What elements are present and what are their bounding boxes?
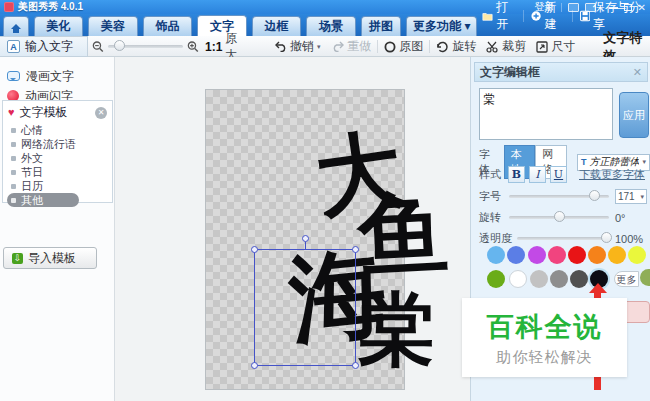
resize-handle-nw[interactable] <box>251 246 258 253</box>
original-image-button[interactable]: 原图 <box>384 38 423 55</box>
resize-button[interactable]: 尺寸 <box>536 38 575 55</box>
tab-more-features[interactable]: 更多功能 ▾ <box>406 16 477 36</box>
close-template-icon[interactable]: ✕ <box>95 107 107 119</box>
color-swatch[interactable] <box>548 246 566 264</box>
color-swatch[interactable] <box>487 270 505 288</box>
tab-collage[interactable]: 拼图 <box>361 16 402 36</box>
undo-button[interactable]: 撤销 ▾ <box>275 38 321 55</box>
chevron-down-icon: ▾ <box>317 43 321 51</box>
resize-handle-se[interactable] <box>352 362 359 369</box>
tab-beautify[interactable]: 美化 <box>34 16 84 36</box>
tab-frame[interactable]: 边框 <box>252 16 302 36</box>
opacity-label: 透明度 <box>479 231 512 246</box>
color-swatch[interactable] <box>550 270 568 288</box>
app-title: 美图秀秀 4.0.1 <box>18 0 83 14</box>
bullet-icon <box>11 156 16 161</box>
zoom-in-icon[interactable] <box>187 40 199 53</box>
more-colors-button[interactable]: 更多 <box>614 271 639 287</box>
text-content-input[interactable]: 棠 <box>479 88 613 140</box>
redo-button[interactable]: 重做 <box>332 38 371 55</box>
ad-subtitle: 助你轻松解决 <box>497 348 593 367</box>
divider <box>429 40 430 53</box>
template-item-netslang[interactable]: 网络流行语 <box>3 137 112 151</box>
font-size-dropdown[interactable]: 171 ▾ <box>615 189 647 204</box>
color-swatch[interactable] <box>487 246 505 264</box>
bullet-icon <box>11 184 16 189</box>
style-label: 样式 <box>479 167 501 182</box>
rotate-button[interactable]: 旋转 <box>436 38 476 55</box>
italic-button[interactable]: I <box>529 166 546 183</box>
apply-button[interactable]: 应用 <box>619 92 649 138</box>
import-icon: ⇩ <box>12 253 23 264</box>
color-swatch[interactable] <box>570 270 588 288</box>
template-item-calendar[interactable]: 日历 <box>3 179 112 193</box>
red-pointer-triangle <box>589 283 607 293</box>
color-swatch[interactable] <box>568 246 586 264</box>
color-swatch[interactable] <box>608 246 626 264</box>
color-swatch[interactable] <box>509 270 527 288</box>
left-sidebar: 漫画文字 动画闪字 ♥ 文字模板 ✕ 心情 网络流行语 外文 节日 日历 其他 … <box>0 57 115 401</box>
tab-retouch[interactable]: 美容 <box>88 16 138 36</box>
resize-handle-ne[interactable] <box>352 246 359 253</box>
template-item-mood[interactable]: 心情 <box>3 123 112 137</box>
template-item-other-selected[interactable]: 其他 <box>7 193 79 207</box>
text-template-group: ♥ 文字模板 ✕ 心情 网络流行语 外文 节日 日历 其他 <box>2 100 113 203</box>
color-swatch[interactable] <box>588 246 606 264</box>
sidebar-item-comic-text[interactable]: 漫画文字 <box>0 66 114 86</box>
home-icon <box>11 24 21 29</box>
sidebar-item-input-text[interactable]: A 输入文字 <box>0 36 88 57</box>
open-button[interactable]: 打开 <box>482 0 516 33</box>
new-button[interactable]: 新建 <box>531 0 564 33</box>
calligraphy-char-tang[interactable]: 棠 <box>358 290 436 368</box>
zoom-slider-handle[interactable] <box>114 40 125 51</box>
rotate-slider-track[interactable] <box>509 216 609 219</box>
panel-close-icon[interactable]: ✕ <box>633 66 642 79</box>
rotate-label: 旋转 <box>479 210 501 225</box>
download-fonts-link[interactable]: 下载更多字体 <box>579 167 645 182</box>
circle-icon <box>384 41 396 53</box>
speech-bubble-icon <box>7 71 20 81</box>
bullet-icon <box>11 128 16 133</box>
plus-icon <box>531 10 541 22</box>
crop-button[interactable]: 裁剪 <box>486 38 526 55</box>
import-template-button[interactable]: ⇩ 导入模板 <box>3 247 97 269</box>
scissors-icon <box>486 41 499 53</box>
panel-header: 文字编辑框 ✕ <box>474 62 648 82</box>
underline-button[interactable]: U <box>550 166 567 183</box>
resize-icon <box>536 41 548 53</box>
template-group-header[interactable]: ♥ 文字模板 ✕ <box>3 101 112 123</box>
font-size-slider-handle[interactable] <box>589 190 600 201</box>
template-item-festival[interactable]: 节日 <box>3 165 112 179</box>
font-size-slider-track[interactable] <box>509 195 609 198</box>
color-swatch[interactable] <box>528 246 546 264</box>
tab-home[interactable] <box>3 16 29 36</box>
resize-handle-sw[interactable] <box>251 362 258 369</box>
ad-title: 百科全说 <box>487 309 603 345</box>
rotate-slider-handle[interactable] <box>554 211 565 222</box>
text-selection-box[interactable] <box>254 249 356 366</box>
opacity-value: 100% <box>615 233 643 245</box>
ad-overlay[interactable]: 百科全说 助你轻松解决 <box>462 298 627 377</box>
undo-icon <box>275 41 287 52</box>
color-swatch[interactable] <box>507 246 525 264</box>
rotate-value: 0° <box>615 212 626 224</box>
bullet-icon <box>11 170 16 175</box>
zoom-slider-track[interactable] <box>108 45 184 48</box>
rotate-row: 旋转 0° <box>479 210 626 225</box>
chevron-down-icon: ▾ <box>642 158 646 166</box>
color-swatch[interactable] <box>530 270 548 288</box>
folder-icon <box>482 11 493 22</box>
custom-color-swatch[interactable] <box>640 269 650 286</box>
template-item-foreign[interactable]: 外文 <box>3 151 112 165</box>
heart-icon: ♥ <box>8 107 15 118</box>
color-swatch[interactable] <box>628 246 646 264</box>
app-logo-icon <box>4 2 14 12</box>
tab-scene[interactable]: 场景 <box>306 16 356 36</box>
tab-decor[interactable]: 饰品 <box>143 16 193 36</box>
opacity-slider-track[interactable] <box>517 237 609 240</box>
opacity-slider-handle[interactable] <box>601 232 612 243</box>
zoom-ratio-label[interactable]: 1:1 <box>205 40 222 54</box>
rotate-handle[interactable] <box>302 235 309 242</box>
bold-button[interactable]: B <box>508 166 525 183</box>
zoom-out-icon[interactable] <box>92 40 104 53</box>
